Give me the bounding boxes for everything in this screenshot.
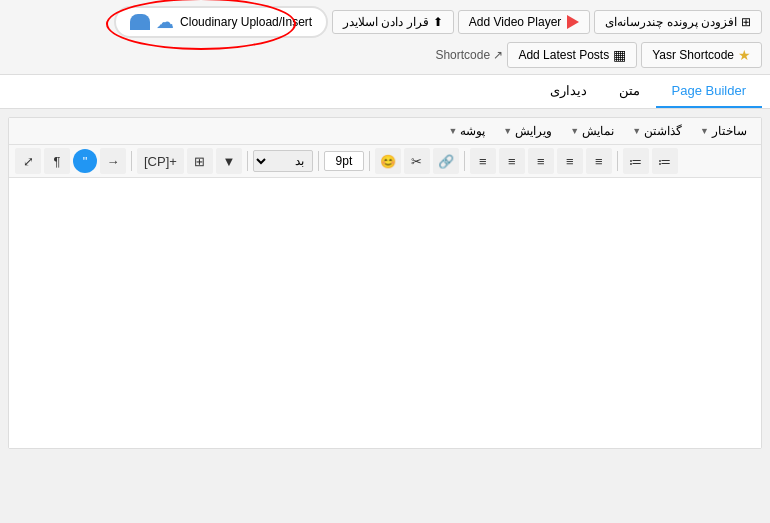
special-chars-button[interactable]: ✂: [404, 148, 430, 174]
tab-page-builder[interactable]: Page Builder: [656, 75, 762, 108]
separator-3: [318, 151, 319, 171]
dropdown-group: ▼: [216, 148, 242, 174]
emoji-button[interactable]: 😊: [375, 148, 401, 174]
shortcode-label: ↗ Shortcode: [435, 48, 503, 62]
cp-button[interactable]: [CP]+: [137, 148, 184, 174]
menu-place[interactable]: گذاشتن ▼: [624, 120, 690, 142]
shortcode-arrow-icon: ↗: [493, 48, 503, 62]
separator-6: [617, 151, 618, 171]
link-button[interactable]: 🔗: [433, 148, 459, 174]
cp-group: [CP]+: [137, 148, 184, 174]
add-multifile-button[interactable]: ⊞ افزودن پرونده چندرسانه‌ای: [594, 10, 762, 34]
justify-button[interactable]: ≡: [470, 148, 496, 174]
font-size-input[interactable]: [324, 151, 364, 171]
expand-button[interactable]: ⤢: [15, 148, 41, 174]
chevron-down-icon: ▼: [700, 126, 709, 136]
star-icon: ★: [738, 47, 751, 63]
font-family-select[interactable]: بد: [253, 150, 313, 172]
latest-posts-label: Add Latest Posts: [518, 48, 609, 62]
chevron-down-icon: ▼: [570, 126, 579, 136]
cloudinary-wrapper: ☁ Cloudinary Upload/Insert: [114, 6, 328, 38]
cloud-icon: ☁: [156, 13, 174, 31]
unordered-list-button[interactable]: ≔: [652, 148, 678, 174]
dropdown-arrow-button[interactable]: ▼: [216, 148, 242, 174]
posts-icon: ▦: [613, 47, 626, 63]
chevron-down-icon: ▼: [503, 126, 512, 136]
top-toolbar: ☁ Cloudinary Upload/Insert ⬆ قرار دادن ا…: [0, 0, 770, 75]
yasr-label: Yasr Shortcode: [652, 48, 734, 62]
place-slider-label: قرار دادن اسلایدر: [343, 15, 429, 29]
menu-bar: ساختار ▼ گذاشتن ▼ نمایش ▼ ویرایش ▼ پوشه …: [9, 118, 761, 145]
chevron-down-icon: ▼: [632, 126, 641, 136]
toolbar-row-2: ↗ Shortcode Add Latest Posts ▦ Yasr Shor…: [8, 42, 762, 68]
add-video-player-button[interactable]: Add Video Player: [458, 10, 591, 34]
menu-folder[interactable]: پوشه ▼: [440, 120, 493, 142]
paragraph-button[interactable]: ¶: [44, 148, 70, 174]
align-right-button[interactable]: ≡: [528, 148, 554, 174]
toolbar-row-1: ☁ Cloudinary Upload/Insert ⬆ قرار دادن ا…: [8, 6, 762, 38]
font-family-group: بد: [253, 150, 313, 172]
align-rtl-button[interactable]: ≡: [586, 148, 612, 174]
place-slider-button[interactable]: ⬆ قرار دادن اسلایدر: [332, 10, 454, 34]
separator-1: [131, 151, 132, 171]
chevron-down-icon: ▼: [448, 126, 457, 136]
menu-structure[interactable]: ساختار ▼: [692, 120, 755, 142]
tab-text[interactable]: متن: [603, 75, 656, 108]
align-center-button[interactable]: ≡: [499, 148, 525, 174]
yasr-shortcode-button[interactable]: Yasr Shortcode ★: [641, 42, 762, 68]
menu-display[interactable]: نمایش ▼: [562, 120, 622, 142]
editor-area: ساختار ▼ گذاشتن ▼ نمایش ▼ ویرایش ▼ پوشه …: [8, 117, 762, 449]
tab-visual[interactable]: دیداری: [534, 75, 603, 108]
ordered-list-button[interactable]: ≔: [623, 148, 649, 174]
add-latest-posts-button[interactable]: Add Latest Posts ▦: [507, 42, 637, 68]
multifile-icon: ⊞: [741, 15, 751, 29]
multifile-label: افزودن پرونده چندرسانه‌ای: [605, 15, 737, 29]
table-button[interactable]: ⊞: [187, 148, 213, 174]
editor-content[interactable]: [9, 178, 761, 448]
separator-5: [464, 151, 465, 171]
cloudinary-upload-button[interactable]: ☁ Cloudinary Upload/Insert: [114, 6, 328, 38]
quote-button[interactable]: ": [73, 149, 97, 173]
font-size-group: [324, 151, 364, 171]
tabs-bar: Page Builder متن دیداری: [0, 75, 770, 109]
menu-edit[interactable]: ویرایش ▼: [495, 120, 560, 142]
arrow-button[interactable]: →: [100, 148, 126, 174]
separator-4: [369, 151, 370, 171]
align-left-button[interactable]: ≡: [557, 148, 583, 174]
separator-2: [247, 151, 248, 171]
editor-formatting-toolbar: ⤢ ¶ " → [CP]+ ⊞ ▼ بد: [9, 145, 761, 178]
video-play-icon: [567, 15, 579, 29]
place-slider-icon: ⬆: [433, 15, 443, 29]
cloudinary-label: Cloudinary Upload/Insert: [180, 15, 312, 29]
video-player-label: Add Video Player: [469, 15, 562, 29]
